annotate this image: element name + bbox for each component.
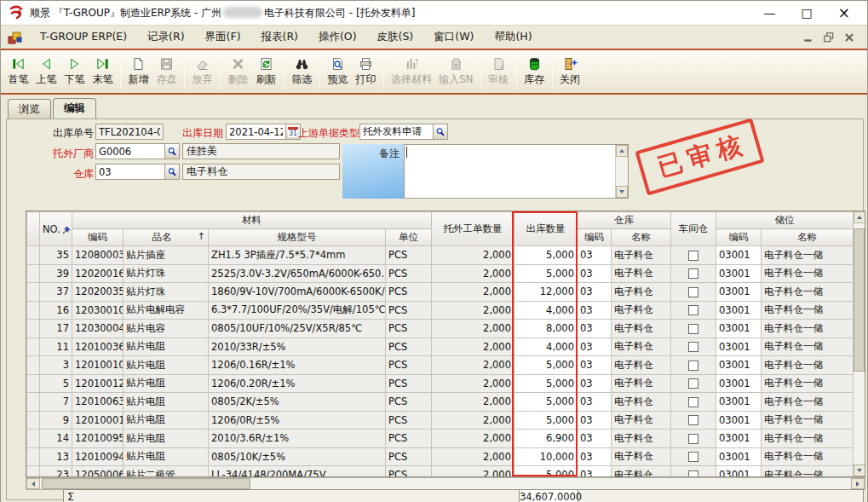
- cell-material-code[interactable]: 12080003: [72, 246, 124, 265]
- table-row[interactable]: 1312010094贴片电阻0805/10K/±5%PCS2,00010,000…: [27, 447, 854, 466]
- table-row[interactable]: 3712020035贴片灯珠1860/9V-10V/700mA/6000K-65…: [27, 283, 854, 302]
- header-code[interactable]: 编码: [72, 229, 124, 246]
- table-row[interactable]: 312010010贴片电阻1206/0.16R/±1%PCS2,0005,000…: [27, 356, 854, 375]
- cell-warehouse-code[interactable]: 03: [578, 356, 612, 375]
- row-selector-cell[interactable]: [27, 246, 40, 265]
- cell-out-qty[interactable]: 8,000: [514, 320, 578, 338]
- scroll-down-icon[interactable]: [616, 186, 628, 198]
- cell-no[interactable]: 5: [40, 374, 72, 393]
- cell-location-code[interactable]: 03001: [716, 466, 762, 478]
- cell-order-qty[interactable]: 2,000: [432, 301, 514, 320]
- cell-material-name[interactable]: 贴片电解电容: [124, 301, 209, 320]
- menu-item[interactable]: 皮肤(S): [367, 26, 424, 48]
- cell-warehouse-name[interactable]: 电子料仓: [612, 264, 671, 283]
- workshop-checkbox[interactable]: [688, 378, 698, 389]
- cell-unit[interactable]: PCS: [386, 466, 432, 478]
- cell-no[interactable]: 3: [40, 356, 72, 375]
- table-row[interactable]: 2312050006贴片二极管LL-34/4148/200MA/75VPCS2,…: [27, 466, 854, 478]
- cell-location-name[interactable]: 电子料仓一储: [762, 320, 854, 338]
- cell-location-name[interactable]: 电子料仓一储: [762, 356, 854, 375]
- cell-order-qty[interactable]: 2,000: [432, 430, 514, 448]
- cell-location-code[interactable]: 03001: [716, 283, 762, 302]
- workshop-checkbox[interactable]: [688, 251, 698, 261]
- header-name[interactable]: 品名↑: [124, 229, 209, 246]
- cell-unit[interactable]: PCS: [386, 283, 432, 302]
- cell-location-code[interactable]: 03001: [716, 264, 762, 283]
- remark-scrollbar[interactable]: [615, 145, 628, 198]
- cell-out-qty[interactable]: 5,000: [514, 246, 578, 265]
- cell-warehouse-code[interactable]: 03: [578, 430, 612, 448]
- cell-warehouse-name[interactable]: 电子料仓: [612, 246, 671, 265]
- grid-horizontal-scrollbar[interactable]: [26, 477, 865, 490]
- cell-unit[interactable]: PCS: [386, 356, 432, 375]
- nav-last-button[interactable]: 末笔: [89, 55, 117, 89]
- cell-unit[interactable]: PCS: [386, 246, 432, 265]
- workshop-checkbox[interactable]: [688, 342, 698, 352]
- table-row[interactable]: 1112010036贴片电阻2010/33R/±5%PCS2,0004,0000…: [27, 338, 854, 356]
- cell-location-code[interactable]: 03001: [716, 301, 762, 320]
- cell-warehouse-code[interactable]: 03: [578, 283, 612, 302]
- menu-item[interactable]: 帮助(H): [484, 26, 542, 48]
- table-row[interactable]: 3912020016贴片灯珠2525/3.0V-3.2V/650mA/6000K…: [27, 264, 854, 283]
- cell-order-qty[interactable]: 2,000: [432, 338, 514, 356]
- cell-workshop-checkbox[interactable]: [671, 301, 716, 320]
- cell-location-name[interactable]: 电子料仓一储: [762, 393, 854, 412]
- cell-material-name[interactable]: 贴片电阻: [124, 338, 209, 356]
- cell-location-code[interactable]: 03001: [716, 338, 762, 356]
- cell-material-code[interactable]: 12020016: [72, 264, 124, 283]
- row-selector-cell[interactable]: [27, 320, 40, 338]
- cell-no[interactable]: 16: [40, 301, 72, 320]
- header-out-qty[interactable]: 出库数量: [514, 212, 578, 246]
- cell-out-qty[interactable]: 4,000: [514, 338, 578, 356]
- mdi-restore-button[interactable]: [823, 32, 835, 43]
- maximize-button[interactable]: □: [802, 7, 813, 19]
- menu-item[interactable]: 窗口(W): [423, 26, 484, 48]
- workshop-checkbox[interactable]: [688, 452, 698, 462]
- cell-material-code[interactable]: 12010012: [72, 374, 124, 393]
- cell-out-qty[interactable]: 5,000: [514, 264, 578, 283]
- cell-out-qty[interactable]: 6,900: [514, 430, 578, 448]
- header-unit[interactable]: 单位: [386, 229, 432, 246]
- refresh-button[interactable]: 刷新: [252, 55, 280, 89]
- cell-material-code[interactable]: 12010036: [72, 338, 124, 356]
- cell-order-qty[interactable]: 2,000: [432, 320, 514, 338]
- header-order-qty[interactable]: 托外工单数量: [432, 212, 514, 246]
- workshop-checkbox[interactable]: [688, 470, 698, 477]
- cell-out-qty[interactable]: 5,000: [514, 411, 578, 430]
- cell-location-code[interactable]: 03001: [716, 411, 762, 430]
- menu-item[interactable]: 操作(O): [308, 26, 367, 48]
- cell-material-name[interactable]: 贴片插座: [124, 246, 209, 265]
- cell-warehouse-code[interactable]: 03: [578, 246, 612, 265]
- workshop-checkbox[interactable]: [688, 268, 698, 279]
- workshop-checkbox[interactable]: [688, 324, 698, 334]
- cell-workshop-checkbox[interactable]: [671, 320, 716, 338]
- cell-out-qty[interactable]: 5,000: [514, 466, 578, 478]
- cell-spec[interactable]: 0805/10UF/10%/25V/X5R/85℃: [209, 320, 386, 338]
- cell-order-qty[interactable]: 2,000: [432, 264, 514, 283]
- nav-prev-button[interactable]: 上笔: [32, 55, 60, 89]
- cell-warehouse-code[interactable]: 03: [578, 466, 612, 478]
- minimize-button[interactable]: —: [764, 7, 776, 19]
- cell-material-code[interactable]: 12010010: [72, 356, 124, 375]
- cell-spec[interactable]: 1206/0R/±5%: [209, 411, 386, 430]
- cell-no[interactable]: 9: [40, 411, 72, 430]
- workshop-checkbox[interactable]: [688, 415, 698, 425]
- cell-location-code[interactable]: 03001: [716, 246, 762, 265]
- cell-material-code[interactable]: 12050006: [72, 466, 124, 478]
- inventory-db-button[interactable]: 库存: [520, 55, 549, 89]
- new-doc-button[interactable]: 新增: [124, 55, 152, 89]
- header-wh-code[interactable]: 编码: [578, 229, 612, 246]
- cell-workshop-checkbox[interactable]: [671, 264, 716, 283]
- cell-warehouse-name[interactable]: 电子料仓: [612, 320, 671, 338]
- cell-out-qty[interactable]: 5,000: [514, 356, 578, 375]
- cell-warehouse-code[interactable]: 03: [578, 411, 612, 430]
- cell-workshop-checkbox[interactable]: [671, 393, 716, 412]
- cell-out-qty[interactable]: 4,000: [514, 301, 578, 320]
- cell-order-qty[interactable]: 2,000: [432, 374, 514, 393]
- header-spec[interactable]: 规格型号: [209, 229, 386, 246]
- close-door-button[interactable]: 关闭: [556, 55, 584, 89]
- cell-workshop-checkbox[interactable]: [671, 283, 716, 302]
- cell-material-name[interactable]: 贴片电阻: [124, 374, 209, 393]
- cell-spec[interactable]: 0805/10K/±5%: [209, 447, 386, 466]
- header-workshop[interactable]: 车间仓: [671, 212, 716, 246]
